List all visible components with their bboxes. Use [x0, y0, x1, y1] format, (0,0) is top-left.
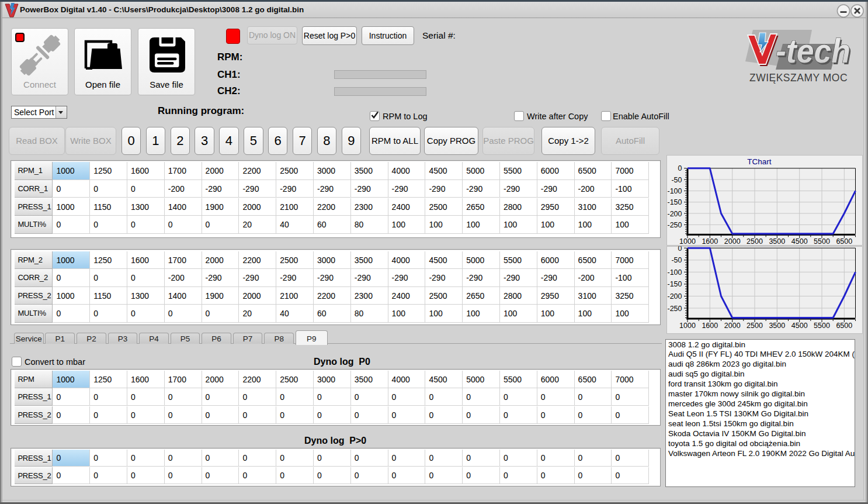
- svg-text:3500: 3500: [769, 237, 785, 246]
- svg-text:2000: 2000: [724, 322, 740, 330]
- svg-text:-200: -200: [667, 292, 682, 301]
- svg-text:-100: -100: [667, 187, 682, 195]
- svg-text:1000: 1000: [679, 237, 696, 246]
- svg-text:-150: -150: [667, 198, 682, 206]
- svg-text:3500: 3500: [769, 322, 785, 330]
- svg-text:1600: 1600: [702, 237, 718, 246]
- svg-text:TChart: TChart: [747, 157, 772, 166]
- svg-text:2500: 2500: [747, 322, 763, 330]
- svg-text:6500: 6500: [836, 322, 852, 330]
- svg-text:2500: 2500: [747, 237, 763, 246]
- svg-text:5500: 5500: [814, 237, 830, 246]
- svg-text:-250: -250: [667, 305, 682, 313]
- svg-text:-tech: -tech: [776, 32, 850, 70]
- svg-text:0: 0: [678, 246, 682, 253]
- svg-text:2000: 2000: [724, 237, 740, 246]
- svg-text:-100: -100: [667, 268, 682, 277]
- svg-text:-250: -250: [667, 221, 682, 229]
- svg-text:-200: -200: [667, 210, 682, 218]
- svg-text:6500: 6500: [836, 237, 852, 246]
- svg-text:4500: 4500: [791, 237, 807, 246]
- svg-text:4500: 4500: [791, 322, 807, 330]
- svg-text:0: 0: [678, 164, 682, 172]
- svg-text:-150: -150: [667, 280, 682, 288]
- svg-text:-50: -50: [671, 176, 682, 184]
- svg-text:5500: 5500: [814, 322, 830, 330]
- svg-text:-50: -50: [671, 256, 682, 264]
- svg-text:1000: 1000: [679, 322, 696, 330]
- svg-text:1600: 1600: [702, 322, 718, 330]
